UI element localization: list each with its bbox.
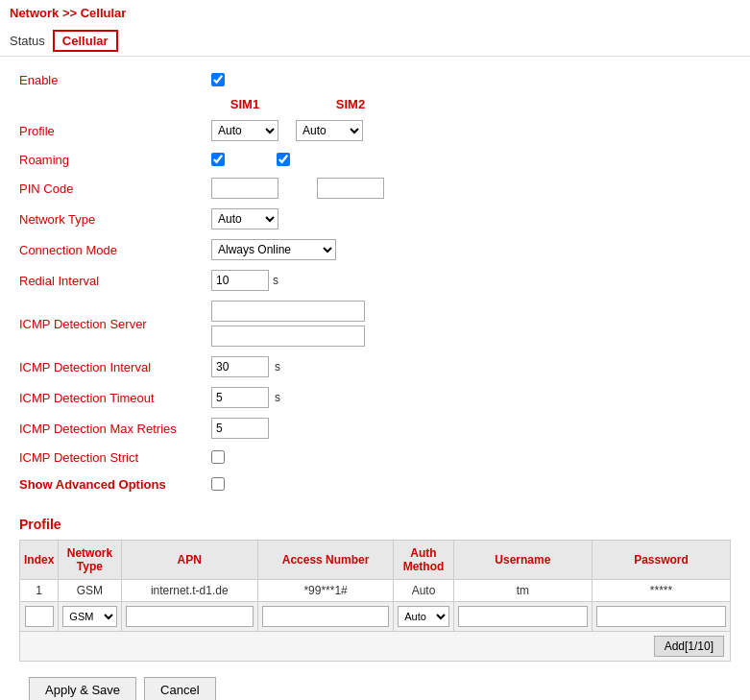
connection-mode-label: Connection Mode [19, 243, 211, 257]
input-username[interactable] [458, 606, 588, 627]
icmp-interval-unit: s [275, 360, 280, 374]
cell-access-number: *99***1# [258, 580, 394, 602]
input-cell-apn [121, 602, 258, 632]
icmp-strict-label: ICMP Detection Strict [19, 450, 211, 465]
sim2-pin-input[interactable] [317, 178, 384, 199]
icmp-strict-checkbox[interactable] [211, 450, 225, 464]
icmp-strict-row: ICMP Detection Strict [19, 444, 731, 471]
icmp-interval-input[interactable] [211, 356, 269, 377]
network-type-row: Network Type Auto 2G 3G 4G [19, 204, 731, 234]
profile-table: Index NetworkType APN Access Number Auth… [19, 540, 731, 632]
icmp-server-input-1[interactable] [211, 301, 365, 322]
col-auth-method: AuthMethod [394, 541, 454, 580]
enable-row: Enable [19, 66, 731, 93]
roaming-label: Roaming [19, 153, 211, 167]
redial-interval-row: Redial Interval s [19, 265, 731, 296]
table-input-row: GSM CDMA Auto PAP CHAP [20, 602, 731, 632]
sim1-pin-input[interactable] [211, 178, 278, 199]
enable-checkbox[interactable] [211, 73, 225, 86]
sim1-roaming-checkbox[interactable] [211, 153, 225, 166]
redial-unit: s [273, 274, 278, 287]
profile-label: Profile [19, 124, 211, 138]
cell-auth-method: Auto [394, 580, 454, 602]
cellular-tab[interactable]: Cellular [53, 30, 118, 52]
network-type-label: Network Type [19, 212, 211, 227]
sim2-profile-select[interactable]: Auto Profile1 Profile2 [296, 120, 363, 141]
network-type-select[interactable]: Auto 2G 3G 4G [211, 208, 278, 229]
footer-buttons: Apply & Save Cancel [19, 662, 731, 700]
table-header-row: Index NetworkType APN Access Number Auth… [20, 541, 731, 580]
sim2-roaming-checkbox[interactable] [277, 153, 290, 166]
tab-bar: Status Cellular [0, 26, 750, 57]
input-cell-password [593, 602, 731, 632]
icmp-server-label: ICMP Detection Server [19, 317, 211, 331]
cell-username: tm [453, 580, 592, 602]
input-cell-index [20, 602, 59, 632]
icmp-server-row: ICMP Detection Server [19, 296, 731, 351]
input-auth-method-select[interactable]: Auto PAP CHAP None [398, 606, 449, 627]
sim2-header: SIM2 [317, 97, 384, 111]
icmp-timeout-row: ICMP Detection Timeout s [19, 382, 731, 413]
cell-password: ***** [593, 580, 731, 602]
status-tab-label[interactable]: Status [10, 34, 45, 48]
redial-interval-input[interactable] [211, 270, 269, 291]
input-access-number[interactable] [262, 606, 389, 627]
input-cell-username [453, 602, 592, 632]
input-index[interactable] [25, 606, 54, 627]
pin-code-row: PIN Code [19, 173, 731, 204]
apply-save-button[interactable]: Apply & Save [29, 677, 136, 700]
main-content: Enable SIM1 SIM2 Profile Auto Profile1 P… [0, 57, 750, 700]
profile-section-title: Profile [19, 517, 731, 532]
sim1-header: SIM1 [211, 97, 278, 111]
add-button[interactable]: Add[1/10] [654, 636, 724, 657]
col-network-type: NetworkType [59, 541, 121, 580]
col-username: Username [453, 541, 592, 580]
pin-code-label: PIN Code [19, 181, 211, 196]
col-apn: APN [121, 541, 258, 580]
add-row: Add[1/10] [19, 632, 731, 662]
icmp-max-retries-label: ICMP Detection Max Retries [19, 422, 211, 436]
cellular-form: Enable SIM1 SIM2 Profile Auto Profile1 P… [19, 66, 731, 497]
show-advanced-checkbox[interactable] [211, 477, 225, 491]
input-network-type-select[interactable]: GSM CDMA [62, 606, 116, 627]
input-cell-network-type: GSM CDMA [59, 602, 121, 632]
icmp-timeout-unit: s [275, 391, 280, 404]
cell-apn: internet.t-d1.de [121, 580, 258, 602]
show-advanced-label: Show Advanced Options [19, 477, 211, 492]
input-password[interactable] [596, 606, 726, 627]
icmp-interval-row: ICMP Detection Interval s [19, 351, 731, 382]
profile-section: Profile Index NetworkType APN Access Num… [19, 517, 731, 662]
input-cell-access-number [258, 602, 394, 632]
sim-headers: SIM1 SIM2 [211, 93, 731, 115]
icmp-max-retries-row: ICMP Detection Max Retries [19, 413, 731, 444]
cell-network-type: GSM [59, 580, 121, 602]
enable-label: Enable [19, 73, 211, 87]
col-password: Password [593, 541, 731, 580]
icmp-timeout-input[interactable] [211, 387, 269, 408]
icmp-interval-label: ICMP Detection Interval [19, 360, 211, 374]
col-index: Index [20, 541, 59, 580]
redial-interval-label: Redial Interval [19, 274, 211, 288]
show-advanced-row: Show Advanced Options [19, 471, 731, 497]
table-row: 1 GSM internet.t-d1.de *99***1# Auto tm … [20, 580, 731, 602]
input-cell-auth-method: Auto PAP CHAP None [394, 602, 454, 632]
input-apn[interactable] [126, 606, 254, 627]
breadcrumb: Network >> Cellular [0, 0, 750, 26]
icmp-server-input-2[interactable] [211, 326, 365, 347]
col-access-number: Access Number [258, 541, 394, 580]
sim1-profile-select[interactable]: Auto Profile1 Profile2 [211, 120, 278, 141]
connection-mode-select[interactable]: Always Online On Demand Manual [211, 239, 336, 260]
cell-index: 1 [20, 580, 59, 602]
icmp-max-retries-input[interactable] [211, 418, 269, 439]
connection-mode-row: Connection Mode Always Online On Demand … [19, 234, 731, 265]
cancel-button[interactable]: Cancel [144, 677, 215, 700]
profile-row: Profile Auto Profile1 Profile2 Auto Prof… [19, 115, 731, 146]
roaming-row: Roaming [19, 146, 731, 173]
icmp-timeout-label: ICMP Detection Timeout [19, 391, 211, 405]
